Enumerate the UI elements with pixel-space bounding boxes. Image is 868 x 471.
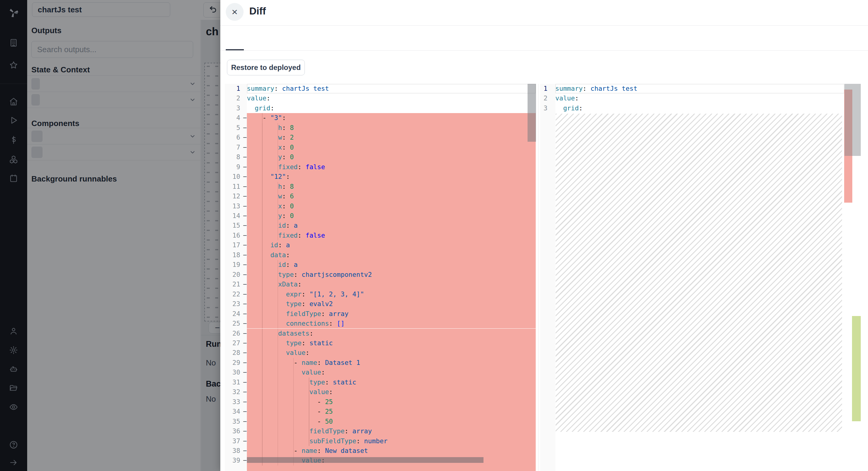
line-number: 18− [225,250,247,260]
code-line[interactable]: - "3": [247,113,536,123]
line-number: 29− [225,358,247,368]
code-line[interactable]: value: [247,94,536,103]
horizontal-scrollbar-thumb[interactable] [247,457,484,463]
code-line[interactable]: fixed: false [247,162,536,172]
tab-deployed-current[interactable] [226,25,244,51]
code-line[interactable]: value: [555,94,844,103]
diff-editor: 1summary: chartJs test2value:3 grid:4− -… [225,84,868,471]
code-line[interactable]: type: static [247,338,536,348]
removed-line-marker: − [243,201,247,211]
diff-sash[interactable] [538,84,539,471]
vertical-scrollbar-thumb[interactable] [844,84,861,156]
close-button[interactable]: × [226,3,244,21]
removed-line-marker: − [243,279,247,289]
code-line[interactable]: type: chartjscomponentv2 [247,270,536,279]
line-number: 19− [225,260,247,270]
removed-line-marker: − [243,407,247,416]
code-line[interactable]: type: static [247,377,536,387]
line-number: 4− [225,113,247,123]
modal-backdrop[interactable] [0,0,220,471]
diff-tabs [226,25,262,51]
removed-line-marker: − [243,172,247,181]
removed-line-marker: − [243,270,247,279]
code-line[interactable]: id: a [247,260,536,270]
code-line[interactable]: "12": [247,172,536,181]
code-line[interactable]: grid: [247,103,536,113]
code-line[interactable]: - 25 [247,397,536,407]
line-number: 28− [225,348,247,358]
tab-latest-draft-current[interactable] [244,25,262,51]
code-line[interactable]: data: [247,250,536,260]
code-line[interactable]: connections: [] [247,319,536,328]
code-line[interactable]: id: a [247,221,536,230]
code-line[interactable]: expr: "[1, 2, 3, 4]" [247,290,536,299]
code-line[interactable]: subFieldType: number [247,436,536,446]
removed-line-marker: − [243,436,247,446]
code-line[interactable]: summary: chartJs test [247,84,536,94]
removed-line-marker: − [243,426,247,436]
code-line[interactable]: y: 0 [247,152,536,162]
code-line[interactable]: fieldType: array [247,426,536,436]
code-line[interactable]: y: 0 [247,211,536,221]
diff-pane-deployed[interactable]: 1summary: chartJs test2value:3 grid:4− -… [225,84,537,471]
code-line[interactable]: id: a [247,240,536,250]
code-line[interactable]: value: [247,387,536,397]
line-number: 25− [225,319,247,329]
line-number: 14− [225,211,247,221]
restore-to-deployed-button[interactable]: Restore to deployed [227,60,305,75]
code-line[interactable]: h: 8 [247,123,536,133]
line-number: 27− [225,338,247,348]
removed-line-marker: − [243,329,247,338]
code-line[interactable]: xData: [247,279,536,289]
line-number: 20− [225,270,247,280]
modal-title: Diff [249,5,266,17]
code-line[interactable]: w: 6 [247,192,536,201]
code-line[interactable]: x: 0 [247,201,536,211]
removed-line-marker: − [243,143,247,152]
removed-line-marker: − [243,299,247,309]
line-number: 24− [225,309,247,319]
removed-line-marker: − [243,309,247,319]
code-line[interactable]: - name: Dataset 1 [247,358,536,368]
code-line[interactable]: fieldType: array [247,309,536,319]
code-line[interactable]: grid: [555,103,844,113]
removed-line-marker: − [243,240,247,250]
removed-line-marker: − [243,387,247,397]
app-root: Outputs State & Context Components Backg… [0,0,868,471]
line-number: 3 [540,103,555,113]
close-icon: × [232,6,238,18]
line-number: 11− [225,182,247,192]
removed-line-marker: − [243,290,247,299]
code-line[interactable]: h: 8 [247,182,536,192]
removed-line-marker: − [243,368,247,377]
code-line[interactable]: type: evalv2 [247,299,536,309]
line-number: 33− [225,397,247,407]
line-number: 6− [225,133,247,143]
line-number: 26− [225,329,247,339]
code-line[interactable]: - 25 [247,407,536,416]
line-number: 9− [225,162,247,172]
removed-line-marker: − [243,162,247,172]
vertical-scrollbar-thumb[interactable] [528,84,536,142]
code-line[interactable]: - 50 [247,417,536,426]
code-line[interactable]: summary: chartJs test [555,84,844,94]
code-line[interactable]: value: [247,348,536,358]
code-line[interactable]: x: 0 [247,143,536,152]
removed-line-marker: − [243,319,247,328]
diff-pane-current[interactable]: 1summary: chartJs test2value:3 grid: [540,84,868,471]
line-number: 31− [225,377,247,388]
line-number: 34− [225,407,247,417]
removed-line-marker: − [243,348,247,358]
code-line[interactable]: - name: New dataset [247,446,536,456]
removed-line-marker: − [243,250,247,260]
line-number: 16− [225,231,247,241]
code-line[interactable]: fixed: false [247,231,536,240]
removed-line-marker: − [243,182,247,192]
code-line[interactable]: datasets: [247,329,536,338]
diff-modal: × Diff Restore to deployed 1summary: cha… [220,0,868,471]
code-line[interactable]: w: 2 [247,133,536,142]
removed-placeholder-hatch [556,114,842,432]
removed-line-marker: − [243,113,247,123]
header-divider [220,25,868,26]
code-line[interactable]: value: [247,368,536,377]
